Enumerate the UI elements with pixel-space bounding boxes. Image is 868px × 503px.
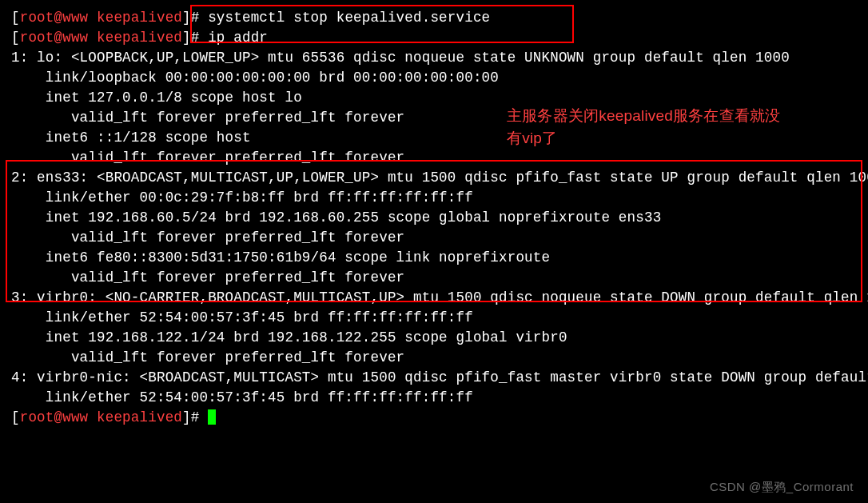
prompt-user: root@www keepalived: [20, 409, 182, 425]
virbr0-link: link/ether 52:54:00:57:3f:45 brd ff:ff:f…: [11, 308, 868, 328]
prompt-line-2[interactable]: [root@www keepalived]# ip addr: [11, 28, 868, 48]
bracket-close: ]#: [182, 10, 208, 26]
bracket-open: [: [11, 409, 20, 425]
virbr0-inet: inet 192.168.122.1/24 brd 192.168.122.25…: [11, 328, 868, 348]
annotation-line1: 主服务器关闭keepalived服务在查看就没: [507, 106, 780, 126]
virbr0nic-header: 4: virbr0-nic: <BROADCAST,MULTICAST> mtu…: [11, 368, 868, 388]
ens33-inet6: inet6 fe80::8300:5d31:1750:61b9/64 scope…: [11, 248, 868, 268]
annotation-line2: 有vip了: [507, 128, 557, 149]
prompt-user: root@www keepalived: [20, 30, 182, 46]
watermark: CSDN @墨鸦_Cormorant: [710, 477, 854, 497]
prompt-line-3[interactable]: [root@www keepalived]#: [11, 408, 868, 428]
ens33-link: link/ether 00:0c:29:7f:b8:ff brd ff:ff:f…: [11, 188, 868, 208]
prompt-user: root@www keepalived: [20, 10, 182, 26]
command-2: ip addr: [208, 30, 268, 46]
prompt-line-1[interactable]: [root@www keepalived]# systemctl stop ke…: [11, 8, 868, 28]
ens33-header: 2: ens33: <BROADCAST,MULTICAST,UP,LOWER_…: [11, 168, 868, 188]
ens33-valid1: valid_lft forever preferred_lft forever: [11, 228, 868, 248]
lo-link: link/loopback 00:00:00:00:00:00 brd 00:0…: [11, 68, 868, 88]
command-1: systemctl stop keepalived.service: [208, 10, 490, 26]
bracket-open: [: [11, 30, 20, 46]
cursor-icon: [208, 409, 216, 425]
bracket-close: ]#: [182, 409, 208, 425]
lo-inet6: inet6 ::1/128 scope host: [11, 128, 868, 148]
virbr0-valid: valid_lft forever preferred_lft forever: [11, 348, 868, 368]
ens33-inet: inet 192.168.60.5/24 brd 192.168.60.255 …: [11, 208, 868, 228]
bracket-open: [: [11, 10, 20, 26]
lo-header: 1: lo: <LOOPBACK,UP,LOWER_UP> mtu 65536 …: [11, 48, 868, 68]
lo-valid2: valid_lft forever preferred_lft forever: [11, 148, 868, 168]
ens33-valid2: valid_lft forever preferred_lft forever: [11, 268, 868, 288]
bracket-close: ]#: [182, 30, 208, 46]
virbr0-header: 3: virbr0: <NO-CARRIER,BROADCAST,MULTICA…: [11, 288, 868, 308]
virbr0nic-link: link/ether 52:54:00:57:3f:45 brd ff:ff:f…: [11, 388, 868, 408]
